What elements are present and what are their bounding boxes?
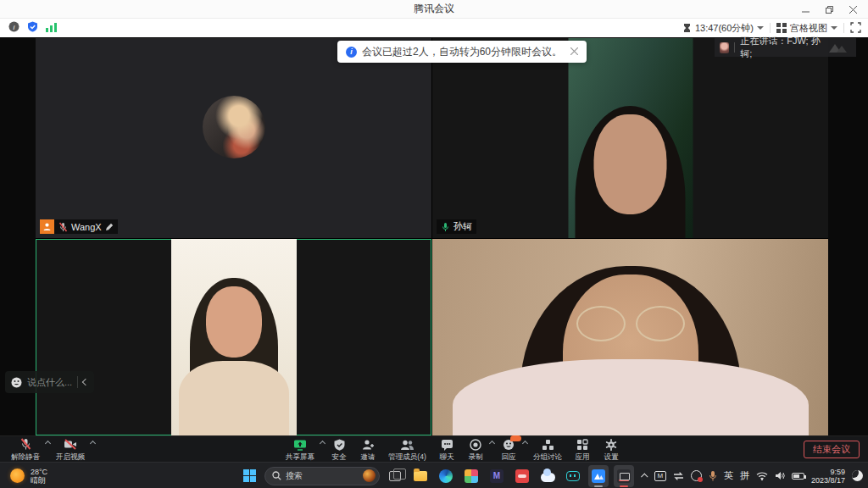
wangx-nameplate: WangX bbox=[40, 219, 118, 234]
mic-in-use-icon[interactable] bbox=[709, 470, 717, 481]
red-app-button[interactable] bbox=[512, 465, 532, 487]
network-signal-icon[interactable] bbox=[46, 20, 57, 36]
edit-name-icon[interactable] bbox=[105, 223, 114, 231]
security-label: 安全 bbox=[331, 452, 346, 462]
breakout-rooms-button[interactable]: 分组讨论 bbox=[527, 436, 568, 463]
minimize-button[interactable] bbox=[793, 0, 817, 19]
toolbar-left-group: 解除静音 开启视频 bbox=[5, 436, 95, 463]
task-view-button[interactable] bbox=[385, 465, 405, 487]
share-screen-button[interactable]: 共享屏幕 bbox=[280, 436, 320, 463]
end-meeting-button[interactable]: 结束会议 bbox=[804, 441, 860, 458]
fullscreen-button[interactable] bbox=[850, 22, 861, 35]
unmute-button[interactable]: 解除静音 bbox=[5, 436, 46, 463]
sun-plate: 孙轲 bbox=[437, 219, 476, 234]
search-placeholder: 搜索 bbox=[286, 470, 303, 482]
tencent-meeting-app-button[interactable] bbox=[588, 465, 609, 487]
meeting-logo-watermark bbox=[826, 41, 851, 54]
face bbox=[206, 286, 262, 358]
restore-button[interactable] bbox=[817, 0, 841, 19]
participant-name: 孙轲 bbox=[453, 220, 472, 233]
start-button[interactable] bbox=[239, 465, 259, 487]
cloud-app-button[interactable] bbox=[537, 465, 558, 487]
chat-quick-input[interactable]: 说点什么... bbox=[5, 371, 94, 393]
window-title: 腾讯会议 bbox=[414, 2, 454, 16]
battery-icon[interactable] bbox=[792, 473, 804, 480]
apps-button[interactable]: 应用 bbox=[568, 436, 597, 463]
wangx-avatar bbox=[203, 96, 265, 158]
settings-label: 设置 bbox=[604, 452, 618, 462]
file-explorer-button[interactable] bbox=[410, 465, 431, 487]
breakout-rooms-label: 分组讨论 bbox=[533, 452, 562, 462]
mic-muted-icon bbox=[58, 222, 68, 232]
camera-options-caret[interactable] bbox=[90, 441, 96, 446]
tray-m-icon[interactable]: M bbox=[654, 471, 666, 481]
system-tray: M 英 拼 9:59 2023/8/17 bbox=[643, 463, 863, 488]
sync-arrows-icon[interactable] bbox=[673, 472, 684, 480]
invite-button[interactable]: 邀请 bbox=[353, 436, 382, 463]
video-tile-sun[interactable]: 孙轲 bbox=[432, 38, 828, 238]
taskbar-weather-widget[interactable]: 28°C 晴朗 bbox=[10, 463, 47, 488]
invite-icon bbox=[362, 438, 375, 451]
reactions-icon bbox=[503, 438, 515, 451]
video-tile-glasses[interactable] bbox=[432, 239, 828, 435]
layout-switcher[interactable]: 宫格视图 bbox=[776, 22, 837, 35]
start-video-label: 开启视频 bbox=[56, 452, 85, 462]
m-app-icon: M bbox=[490, 469, 504, 483]
taskbar-clock[interactable]: 9:59 2023/8/17 bbox=[811, 468, 845, 485]
security-shield-icon[interactable] bbox=[27, 20, 38, 36]
end-meeting-label: 结束会议 bbox=[813, 443, 850, 456]
chat-button[interactable]: 聊天 bbox=[432, 436, 461, 463]
edge-browser-button[interactable] bbox=[436, 465, 456, 487]
wifi-icon[interactable] bbox=[756, 471, 768, 480]
search-icon bbox=[272, 471, 281, 480]
video-tile-wangx[interactable]: WangX bbox=[36, 38, 431, 238]
speaking-indicator: 正在讲话：FJW; 孙轲; bbox=[715, 38, 856, 57]
participant-name: WangX bbox=[71, 222, 102, 232]
close-button[interactable] bbox=[841, 0, 865, 19]
apps-label: 应用 bbox=[575, 452, 589, 462]
ime-english-indicator[interactable]: 英 bbox=[724, 469, 733, 482]
window-titlebar: 腾讯会议 bbox=[0, 0, 868, 19]
collapse-chat-icon[interactable] bbox=[82, 379, 89, 385]
reactions-button[interactable]: 回应 bbox=[494, 436, 523, 463]
emoji-icon[interactable] bbox=[11, 377, 22, 388]
taskbar-search-box[interactable]: 搜索 bbox=[264, 467, 380, 485]
timer-dropdown-icon bbox=[757, 26, 764, 30]
glasses-video bbox=[432, 239, 828, 435]
separator bbox=[770, 23, 771, 33]
manage-members-button[interactable]: 管理成员(4) bbox=[382, 436, 432, 463]
chat-label: 聊天 bbox=[439, 452, 453, 462]
meeting-info-icon[interactable]: i bbox=[8, 20, 19, 36]
invite-label: 邀请 bbox=[360, 452, 375, 462]
reactions-new-badge bbox=[510, 435, 521, 441]
tv-app-button[interactable] bbox=[563, 465, 583, 487]
store-app-button[interactable] bbox=[461, 465, 481, 487]
body bbox=[179, 361, 289, 435]
share-screen-icon bbox=[293, 438, 307, 451]
meeting-timer[interactable]: 13:47(60分钟) bbox=[682, 22, 764, 35]
speaker-video bbox=[171, 239, 297, 435]
m-app-button[interactable]: M bbox=[487, 465, 507, 487]
speaker-icon[interactable] bbox=[775, 471, 785, 480]
security-button[interactable]: 安全 bbox=[325, 436, 353, 463]
snip-app-button[interactable] bbox=[614, 465, 634, 487]
chat-icon bbox=[441, 438, 453, 451]
meeting-topbar: i 13:47(60分钟) 宫格视图 bbox=[0, 19, 868, 37]
view-dropdown-icon bbox=[831, 26, 837, 30]
record-icon bbox=[470, 438, 481, 451]
mic-on-icon bbox=[441, 222, 450, 232]
snip-tool-icon bbox=[617, 469, 631, 483]
record-button[interactable]: 录制 bbox=[461, 436, 490, 463]
ime-pinyin-indicator[interactable]: 拼 bbox=[740, 469, 749, 482]
weather-text: 28°C 晴朗 bbox=[31, 468, 47, 485]
clock-date: 2023/8/17 bbox=[811, 476, 845, 485]
search-highlight-icon[interactable] bbox=[363, 469, 376, 482]
banner-close-icon[interactable] bbox=[570, 46, 578, 58]
recording-indicator-icon[interactable] bbox=[691, 470, 702, 481]
start-video-button[interactable]: 开启视频 bbox=[50, 436, 91, 463]
task-view-icon bbox=[389, 471, 401, 481]
night-mode-icon[interactable] bbox=[852, 470, 863, 481]
hidden-icons-chevron[interactable] bbox=[641, 473, 648, 480]
settings-button[interactable]: 设置 bbox=[597, 436, 626, 463]
video-tile-active-speaker[interactable] bbox=[36, 239, 431, 435]
